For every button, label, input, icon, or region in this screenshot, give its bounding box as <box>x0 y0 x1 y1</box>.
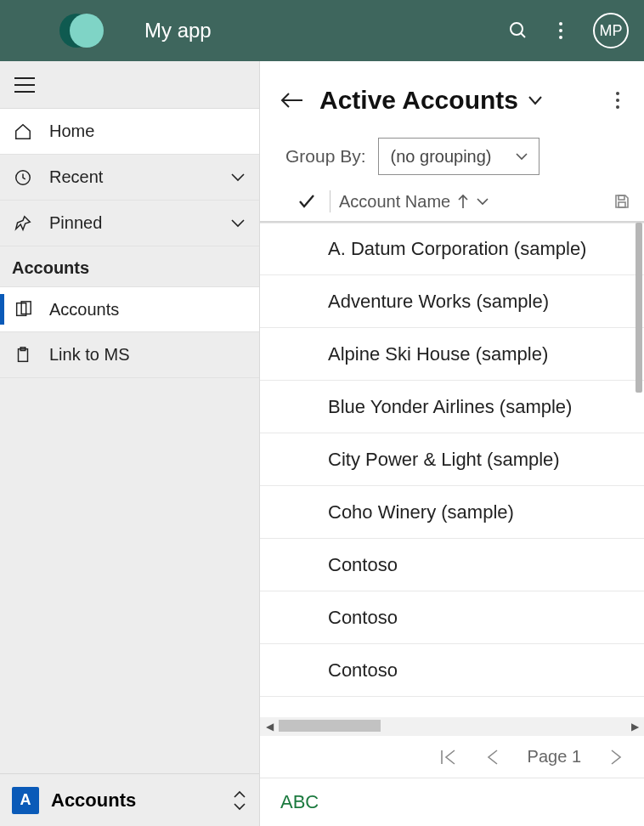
scrollbar-vertical[interactable] <box>636 223 642 393</box>
record-name: City Power & Light (sample) <box>328 449 560 471</box>
sidebar-item-link-to-ms[interactable]: Link to MS <box>0 332 259 378</box>
column-header-text: Account Name <box>339 192 450 212</box>
record-name: Coho Winery (sample) <box>328 501 514 523</box>
record-name: Contoso <box>328 554 398 576</box>
groupby-select[interactable]: (no grouping) <box>378 138 539 175</box>
nav-label: Pinned <box>49 213 102 233</box>
bottom-command-label: ABC <box>280 791 319 813</box>
more-vertical-icon[interactable] <box>552 20 569 41</box>
chevron-down-icon <box>476 196 489 206</box>
divider <box>330 190 330 212</box>
record-row[interactable]: Coho Winery (sample) <box>260 486 644 539</box>
record-row[interactable]: Alpine Ski House (sample) <box>260 328 644 381</box>
groupby-value: (no grouping) <box>391 147 492 167</box>
chevron-down-icon <box>230 173 246 183</box>
record-row[interactable]: A. Datum Corporation (sample) <box>260 223 644 275</box>
clock-icon <box>14 168 37 187</box>
nav-section-header: Accounts <box>0 246 259 286</box>
app-title: My app <box>144 19 212 42</box>
more-vertical-icon[interactable] <box>608 83 627 117</box>
select-all-checkbox[interactable] <box>297 193 321 210</box>
nav-home[interactable]: Home <box>0 109 259 155</box>
record-name: Alpine Ski House (sample) <box>328 343 548 365</box>
clipboard-icon <box>14 346 37 365</box>
bottom-command[interactable]: ABC <box>260 778 644 826</box>
record-name: Contoso <box>328 607 398 629</box>
chevron-down-icon <box>527 94 544 106</box>
svg-point-6 <box>559 36 562 39</box>
chevron-down-icon <box>515 151 528 161</box>
nav-pinned[interactable]: Pinned <box>0 201 259 246</box>
pager-label: Page 1 <box>528 747 581 767</box>
sidebar: Home Recent Pinned Accou <box>0 61 260 826</box>
record-row[interactable]: Blue Yonder Airlines (sample) <box>260 381 644 433</box>
area-switcher[interactable]: A Accounts <box>0 773 259 826</box>
svg-point-18 <box>616 105 619 109</box>
pin-icon <box>14 214 37 233</box>
view-title-text: Active Accounts <box>319 86 518 115</box>
record-row[interactable]: Contoso <box>260 591 644 644</box>
svg-line-3 <box>521 33 525 37</box>
search-icon[interactable] <box>508 20 528 41</box>
svg-point-16 <box>616 92 619 95</box>
svg-point-17 <box>616 99 619 102</box>
svg-point-5 <box>559 29 562 32</box>
page-prev-button[interactable] <box>483 749 502 766</box>
scrollbar-thumb[interactable] <box>279 720 381 732</box>
record-row[interactable]: City Power & Light (sample) <box>260 433 644 486</box>
chevron-down-icon <box>230 218 246 229</box>
record-list: A. Datum Corporation (sample)Adventure W… <box>260 223 644 697</box>
record-row[interactable]: Contoso <box>260 539 644 591</box>
area-badge: A <box>12 787 39 814</box>
accounts-icon <box>14 300 37 319</box>
svg-rect-21 <box>619 202 625 207</box>
svg-point-1 <box>70 14 104 48</box>
hamburger-icon[interactable] <box>14 76 36 94</box>
nav-label: Home <box>49 122 94 141</box>
sidebar-item-accounts[interactable]: Accounts <box>0 286 259 332</box>
up-down-chevrons-icon <box>232 789 247 812</box>
column-account-name[interactable]: Account Name <box>339 192 489 212</box>
record-name: Adventure Works (sample) <box>328 291 549 313</box>
scrollbar-horizontal[interactable]: ◀ ▶ <box>260 717 644 736</box>
home-icon <box>14 122 37 141</box>
view-selector[interactable]: Active Accounts <box>319 86 544 115</box>
page-next-button[interactable] <box>607 749 625 766</box>
svg-point-4 <box>559 22 562 25</box>
record-row[interactable]: Contoso <box>260 644 644 697</box>
record-name: A. Datum Corporation (sample) <box>328 238 586 260</box>
record-name: Contoso <box>328 659 398 682</box>
svg-rect-20 <box>619 195 624 200</box>
page-first-button[interactable] <box>439 749 458 766</box>
groupby-label: Group By: <box>285 146 366 167</box>
record-name: Blue Yonder Airlines (sample) <box>328 396 572 418</box>
sidebar-item-label: Link to MS <box>49 345 129 365</box>
sort-asc-icon <box>457 194 469 209</box>
nav-recent[interactable]: Recent <box>0 155 259 201</box>
scroll-left-icon[interactable]: ◀ <box>260 717 279 736</box>
main-panel: Active Accounts Group By: (no grouping) <box>260 61 644 826</box>
save-icon[interactable] <box>613 193 630 210</box>
app-logo <box>59 7 107 54</box>
user-initials: MP <box>600 22 623 40</box>
nav-label: Recent <box>49 167 103 187</box>
sidebar-item-label: Accounts <box>49 300 119 320</box>
scroll-right-icon[interactable]: ▶ <box>625 717 644 736</box>
area-label: Accounts <box>51 789 232 812</box>
user-avatar[interactable]: MP <box>593 13 629 48</box>
back-button[interactable] <box>280 91 311 110</box>
svg-point-2 <box>511 23 523 35</box>
record-row[interactable]: Adventure Works (sample) <box>260 275 644 328</box>
